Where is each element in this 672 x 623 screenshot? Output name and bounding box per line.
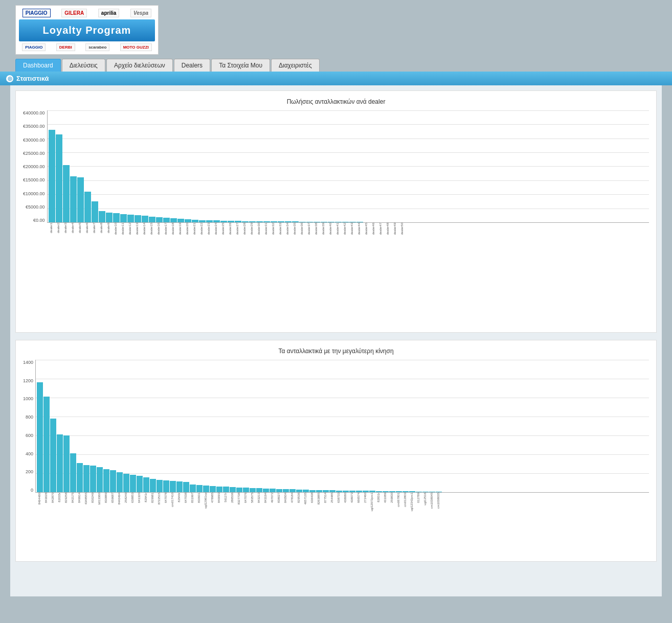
tab-arxeio[interactable]: Αρχείο διελεύσεων	[106, 59, 173, 72]
chart2-bar-label: 838027	[276, 493, 282, 554]
gilera-logo: GILERA	[61, 9, 87, 17]
chart2-bar	[263, 489, 269, 492]
chart1-bar-label: dealer35	[292, 223, 298, 325]
chart2-bar	[349, 491, 355, 492]
chart2-bar	[316, 490, 322, 492]
chart2-bar	[389, 491, 395, 492]
chart1-bar	[163, 218, 170, 222]
chart1-bar	[306, 222, 313, 222]
chart2-bar-label: ugl12972prc1	[369, 493, 375, 554]
chart1-bar	[249, 221, 256, 222]
chart1-bar-label: dealer3	[62, 223, 69, 325]
chart2-bar-label: 647076	[242, 493, 249, 554]
main-content: Πωλήσεις ανταλλακτικών ανά dealer €40000…	[10, 85, 662, 596]
chart2-bar	[83, 465, 89, 492]
logos-top: PIAGGIO GILERA aprilia Vespa	[19, 9, 155, 17]
chart1-bar	[356, 222, 363, 222]
chart2-bar-label: 4657135	[302, 493, 308, 554]
chart1-bar	[256, 221, 263, 222]
chart1-bar	[127, 215, 134, 222]
chart1-bar-label: dealer32	[270, 223, 277, 325]
chart1-bar-label: dealer44	[356, 223, 363, 325]
chart1-bar-label: dealer19	[177, 223, 184, 325]
chart1-bar	[135, 215, 141, 222]
chart2-y-labels: 1400 1200 1000 800 600 400 200 0	[23, 360, 33, 493]
piaggio-logo: PIAGGIO	[23, 9, 51, 17]
chart1-bar-label: dealer6	[84, 223, 91, 325]
chart1-bar-label: dealer25	[220, 223, 227, 325]
chart1-bar	[213, 220, 220, 222]
motoguzzi-logo: MOTO GUZZI	[120, 43, 152, 51]
chart2-bar	[97, 467, 103, 492]
chart1-bar	[185, 219, 191, 222]
chart2-bar-label: 843213	[256, 493, 262, 554]
chart1-bar	[177, 219, 184, 222]
chart1-bar	[70, 176, 77, 222]
chart2-bar-label: 831997	[189, 493, 195, 554]
chart1-bar-label: dealer42	[342, 223, 348, 325]
tab-dashboard[interactable]: Dashboard	[15, 59, 61, 72]
chart1-bar-label: dealer22	[198, 223, 205, 325]
chart1-bar-label: dealer21	[191, 223, 198, 325]
tab-dieleuseis[interactable]: Διελεύσεις	[62, 59, 105, 72]
chart2-bar-label: 659687	[109, 493, 116, 554]
chart2-bar-label: 666574	[355, 493, 362, 554]
chart2-bar-label: 258249	[123, 493, 129, 554]
chart2-bar-label: cm012803	[402, 493, 408, 554]
chart2-bar-label: 843194	[262, 493, 268, 554]
chart1-bar	[156, 217, 163, 222]
chart2-bar-label: 438073	[349, 493, 355, 554]
chart2-bar-label: 829536	[296, 493, 302, 554]
chart1-bar	[49, 130, 55, 222]
header: PIAGGIO GILERA aprilia Vespa Loyalty Pro…	[15, 5, 159, 55]
chart2-bar	[156, 480, 163, 492]
chart1-bar-label: dealer16	[155, 223, 162, 325]
chart1-scroll: dealer1dealer2dealer3dealer4dealer5deale…	[47, 110, 649, 325]
chart2-bar-label: 849914	[76, 493, 82, 554]
chart2-bar	[203, 486, 209, 492]
chart1-bar	[278, 221, 284, 222]
chart1-bar	[228, 221, 234, 222]
chart1-bar-label: dealer50	[399, 223, 406, 325]
chart1-bar-label: dealer5	[77, 223, 83, 325]
chart2-bar	[63, 435, 70, 492]
chart2-bar	[416, 492, 422, 492]
chart2-bar	[170, 481, 176, 492]
chart2-title: Τα ανταλλακτικά με την μεγαλύτερη κίνηση	[23, 348, 649, 355]
chart2-row: 1400 1200 1000 800 600 400 200 0 8494480…	[23, 360, 649, 554]
logos-bottom: PIAGGIO DERBI scarabeo MOTO GUZZI	[19, 43, 155, 51]
chart2-bar-label: 4348555	[83, 493, 89, 554]
nav-bar: Dashboard Διελεύσεις Αρχείο διελεύσεων D…	[0, 55, 672, 72]
chart2-bar-label: ugl12342prc1	[409, 493, 415, 554]
chart1-bar-label: dealer34	[284, 223, 291, 325]
chart1-bar-label: dealer48	[385, 223, 391, 325]
chart1-bar	[342, 222, 349, 222]
chart1-bar	[192, 220, 198, 222]
chart2-bar	[123, 474, 129, 492]
chart2-bar-label: 647078	[163, 493, 169, 554]
chart1-bar	[263, 221, 270, 222]
chart2-labels-row: 849448084302884287082035r829258842175849…	[36, 493, 649, 554]
chart1-bar-label: dealer37	[306, 223, 312, 325]
tab-dealers[interactable]: Dealers	[174, 59, 210, 72]
chart1-bar	[106, 213, 113, 222]
chart1-bar-label: dealer39	[320, 223, 327, 325]
section-icon: ◎	[6, 75, 13, 82]
chart1-bar-label: dealer31	[263, 223, 270, 325]
chart1-bar	[63, 165, 70, 222]
chart1-bar-label: dealer1	[48, 223, 55, 325]
chart2-bar-label: 478985	[209, 493, 215, 554]
chart2-bar-label: 829258	[63, 493, 69, 554]
chart1-bar-label: dealer29	[249, 223, 255, 325]
chart2-bar-label: 638853	[129, 493, 136, 554]
chart2-bar-label: 254485	[329, 493, 335, 554]
chart2-bar	[50, 419, 56, 492]
chart1-bar-label: dealer11	[120, 223, 126, 325]
chart1-bar	[313, 222, 320, 222]
chart2-bar	[296, 490, 302, 492]
chart2-bar-label: cm017410	[169, 493, 175, 554]
tab-diaxeiristis[interactable]: Διαχειριστές	[271, 59, 320, 72]
chart1-bar-label: dealer7	[91, 223, 98, 325]
chart2-bar	[150, 479, 156, 492]
tab-stoixeia[interactable]: Τα Στοιχεία Μου	[211, 59, 270, 72]
